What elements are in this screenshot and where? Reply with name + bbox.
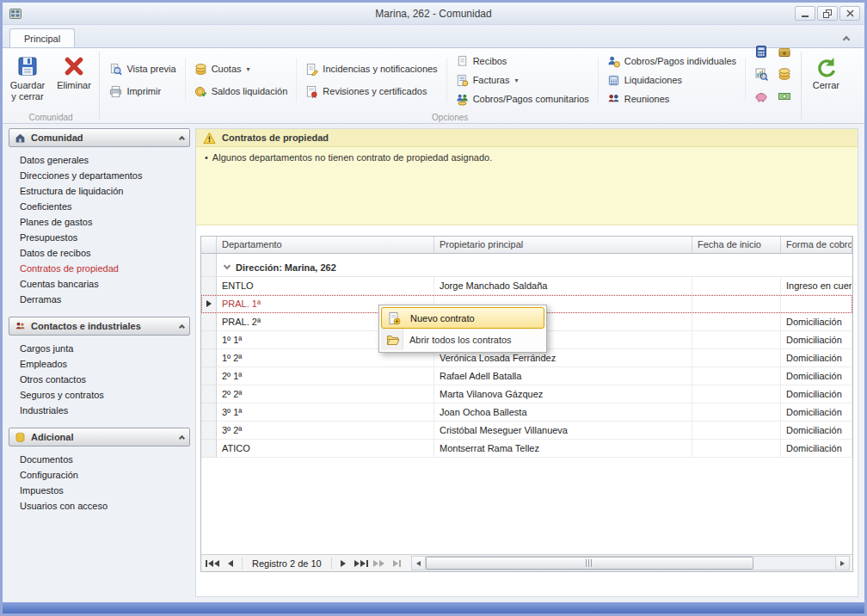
- cell-fecha[interactable]: [692, 331, 781, 349]
- cell-forma[interactable]: Domiciliación: [781, 313, 852, 331]
- money-icon[interactable]: [774, 87, 794, 107]
- table-row[interactable]: 2º 1ª Rafael Adell Batalla Domiciliación: [201, 367, 852, 385]
- sidebar-header-contactos[interactable]: Contactos e industriales: [9, 317, 190, 336]
- sidebar-item-cargos-junta[interactable]: Cargos junta: [9, 341, 190, 356]
- table-row[interactable]: ENTLO Jorge Manchado Saldaña Ingreso en …: [201, 277, 852, 295]
- cell-departamento[interactable]: 3º 2ª: [217, 422, 434, 440]
- sidebar-item-presupuestos[interactable]: Presupuestos: [9, 230, 190, 245]
- cuotas-button[interactable]: Cuotas ▾: [191, 61, 292, 77]
- cell-forma[interactable]: Domiciliación: [781, 349, 852, 367]
- cell-fecha[interactable]: [692, 422, 781, 440]
- sidebar-item-configuracion[interactable]: Configuración: [9, 467, 190, 483]
- sidebar-header-comunidad[interactable]: Comunidad: [9, 128, 190, 147]
- sidebar-item-documentos[interactable]: Documentos: [9, 452, 190, 467]
- table-row[interactable]: 2º 2ª Marta Vilanova Gázquez Domiciliaci…: [201, 385, 852, 403]
- tab-principal[interactable]: Principal: [9, 28, 75, 47]
- column-header-propietario[interactable]: Propietario principal: [434, 237, 692, 253]
- cell-forma[interactable]: Domiciliación: [781, 422, 852, 440]
- scroll-right-button[interactable]: [835, 557, 849, 570]
- sidebar-item-usuarios-acceso[interactable]: Usuarios con acceso: [9, 498, 190, 514]
- scrollbar-thumb[interactable]: [426, 557, 753, 570]
- menu-item-abrir-contratos[interactable]: Abrir todos los contratos: [381, 329, 544, 350]
- cell-departamento[interactable]: ATICO: [217, 440, 434, 458]
- sidebar-item-datos-generales[interactable]: Datos generales: [9, 152, 190, 168]
- saldos-liquidacion-button[interactable]: Saldos liquidación: [191, 83, 292, 100]
- ribbon-collapse-button[interactable]: [839, 32, 854, 44]
- horizontal-scrollbar[interactable]: [411, 556, 850, 570]
- cell-forma[interactable]: Domiciliación: [781, 403, 852, 422]
- save-close-button[interactable]: Guardar y cerrar: [4, 51, 51, 109]
- coins-icon[interactable]: [774, 65, 794, 84]
- scrollbar-track[interactable]: [426, 557, 835, 570]
- cell-fecha[interactable]: [692, 313, 781, 331]
- cell-fecha[interactable]: [692, 349, 781, 367]
- cell-propietario[interactable]: Joan Ochoa Ballesta: [434, 403, 692, 422]
- sidebar-item-estructura-liquidacion[interactable]: Estructura de liquidación: [9, 183, 190, 199]
- sidebar-item-direcciones[interactable]: Direcciones y departamentos: [9, 168, 190, 183]
- piggy-bank-icon[interactable]: [751, 87, 771, 107]
- last-record-button[interactable]: [353, 557, 370, 570]
- table-row[interactable]: ATICO Montserrat Rama Tellez Domiciliaci…: [201, 440, 852, 458]
- strongbox-icon[interactable]: [774, 42, 794, 62]
- search-chart-icon[interactable]: [751, 65, 771, 84]
- cobros-individuales-button[interactable]: Cobros/Pagos individuales: [604, 53, 740, 70]
- sidebar-item-contratos-propiedad[interactable]: Contratos de propiedad: [9, 261, 190, 276]
- cell-propietario[interactable]: Montserrat Rama Tellez: [434, 440, 692, 458]
- cell-forma[interactable]: [781, 295, 852, 313]
- cell-departamento[interactable]: 2º 1ª: [217, 367, 434, 385]
- sidebar-item-planes-gastos[interactable]: Planes de gastos: [9, 214, 190, 230]
- minimize-button[interactable]: [795, 6, 815, 21]
- cell-fecha[interactable]: [692, 403, 781, 422]
- cell-departamento[interactable]: 3º 1ª: [217, 403, 434, 422]
- vista-previa-button[interactable]: Vista previa: [106, 61, 179, 77]
- revisiones-button[interactable]: Revisiones y certificados: [302, 83, 440, 100]
- cell-forma[interactable]: Domiciliación: [781, 440, 852, 458]
- next-page-button[interactable]: [371, 557, 388, 570]
- menu-item-nuevo-contrato[interactable]: Nuevo contrato: [381, 307, 544, 329]
- delete-button[interactable]: Eliminar: [51, 51, 97, 109]
- sidebar-item-seguros-contratos[interactable]: Seguros y contratos: [9, 387, 190, 403]
- column-header-fecha[interactable]: Fecha de inicio: [692, 237, 781, 253]
- cell-forma[interactable]: Domiciliación: [781, 331, 852, 349]
- table-row[interactable]: 3º 2ª Cristóbal Meseguer Villanueva Domi…: [201, 422, 852, 440]
- cell-forma[interactable]: Domiciliación: [781, 385, 852, 403]
- sidebar-item-cuentas-bancarias[interactable]: Cuentas bancarias: [9, 276, 190, 292]
- cerrar-button[interactable]: Cerrar: [802, 51, 849, 91]
- liquidaciones-button[interactable]: Liquidaciones: [604, 72, 740, 89]
- sidebar-item-otros-contactos[interactable]: Otros contactos: [9, 372, 190, 387]
- cell-propietario[interactable]: Rafael Adell Batalla: [434, 367, 692, 385]
- sidebar-item-coeficientes[interactable]: Coeficientes: [9, 199, 190, 214]
- cell-fecha[interactable]: [692, 295, 781, 313]
- sidebar-header-adicional[interactable]: Adicional: [9, 428, 190, 447]
- column-header-forma[interactable]: Forma de cobro: [781, 237, 852, 253]
- imprimir-button[interactable]: Imprimir: [106, 83, 179, 100]
- cell-fecha[interactable]: [692, 367, 781, 385]
- cell-fecha[interactable]: [692, 385, 781, 403]
- sidebar-item-industriales[interactable]: Industriales: [9, 403, 190, 418]
- reuniones-button[interactable]: Reuniones: [604, 91, 740, 108]
- cell-propietario[interactable]: Jorge Manchado Saldaña: [434, 277, 692, 295]
- recibos-button[interactable]: Recibos: [452, 53, 593, 70]
- sidebar-item-empleados[interactable]: Empleados: [9, 356, 190, 372]
- cobros-comunitarios-button[interactable]: Cobros/Pagos comunitarios: [452, 91, 593, 108]
- cell-fecha[interactable]: [692, 440, 781, 458]
- table-row[interactable]: 3º 1ª Joan Ochoa Ballesta Domiciliación: [201, 403, 852, 422]
- previous-record-button[interactable]: [222, 557, 239, 570]
- incidencias-button[interactable]: Incidencias y notificaciones: [302, 61, 440, 77]
- sidebar-item-impuestos[interactable]: Impuestos: [9, 483, 190, 498]
- scroll-left-button[interactable]: [412, 557, 426, 570]
- calculator-icon[interactable]: [751, 42, 771, 62]
- cell-forma[interactable]: Domiciliación: [781, 367, 852, 385]
- cell-departamento[interactable]: ENTLO: [217, 277, 434, 295]
- cell-departamento[interactable]: 2º 2ª: [217, 385, 434, 403]
- group-row[interactable]: Dirección: Marina, 262: [201, 254, 852, 277]
- first-record-button[interactable]: [204, 557, 221, 570]
- cell-propietario[interactable]: Cristóbal Meseguer Villanueva: [434, 422, 692, 440]
- sidebar-item-datos-recibos[interactable]: Datos de recibos: [9, 245, 190, 261]
- facturas-button[interactable]: Facturas ▾: [452, 72, 593, 89]
- cell-fecha[interactable]: [692, 277, 781, 295]
- close-button[interactable]: [839, 6, 860, 21]
- column-header-departamento[interactable]: Departamento: [217, 237, 434, 253]
- cell-propietario[interactable]: Marta Vilanova Gázquez: [434, 385, 692, 403]
- next-record-button[interactable]: [335, 557, 352, 570]
